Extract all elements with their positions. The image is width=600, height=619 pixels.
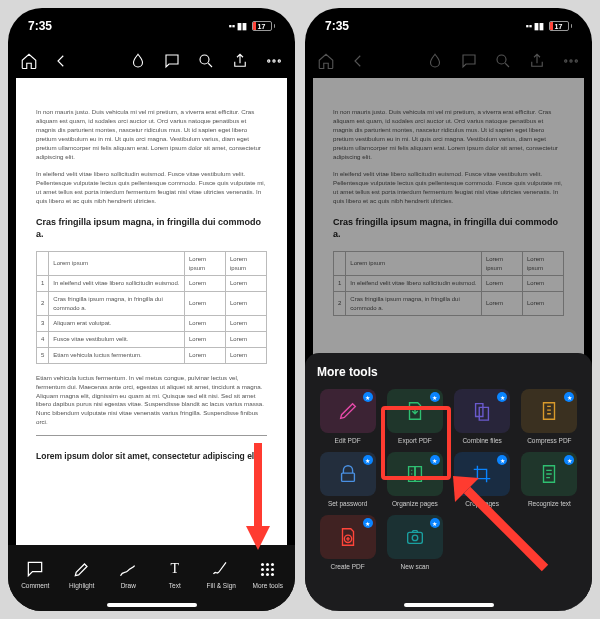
- signal-icon: ▪▪ ▮▮: [229, 21, 248, 31]
- svg-point-0: [200, 55, 209, 64]
- tool-text[interactable]: TText: [152, 559, 198, 589]
- status-bar: 7:35 ▪▪ ▮▮ 17: [305, 8, 592, 44]
- tool-compress-pdf[interactable]: ★ Compress PDF: [519, 389, 580, 444]
- tool-label: Compress PDF: [527, 437, 571, 444]
- svg-point-3: [278, 60, 280, 62]
- doc-paragraph: Etiam vehicula luctus fermentum. In vel …: [36, 374, 267, 428]
- phone-left: 7:35 ▪▪ ▮▮ 17 In non mauris justo. Duis …: [8, 8, 295, 611]
- tool-label: Set password: [328, 500, 367, 507]
- share-icon[interactable]: [231, 52, 249, 70]
- premium-badge-icon: ★: [564, 455, 574, 465]
- status-time: 7:35: [28, 19, 52, 33]
- back-icon[interactable]: [52, 52, 70, 70]
- svg-rect-10: [408, 532, 423, 543]
- tool-edit-pdf[interactable]: ★ Edit PDF: [317, 389, 378, 444]
- pencil-icon: [118, 559, 138, 579]
- highlighter-icon: [72, 559, 92, 579]
- comment-icon[interactable]: [163, 52, 181, 70]
- signal-icon: ▪▪ ▮▮: [526, 21, 545, 31]
- tool-label: Export PDF: [398, 437, 432, 444]
- tool-label: Organize pages: [392, 500, 438, 507]
- tool-recognize-text[interactable]: ★ Recognize text: [519, 452, 580, 507]
- battery-icon: 17: [549, 21, 573, 31]
- premium-badge-icon: ★: [497, 455, 507, 465]
- tool-label: Recognize text: [528, 500, 571, 507]
- battery-icon: 17: [252, 21, 276, 31]
- sheet-title: More tools: [317, 365, 580, 379]
- tool-label: Create PDF: [330, 563, 364, 570]
- svg-rect-8: [341, 473, 354, 481]
- bottom-toolbar: Comment Highlight Draw TText Fill & Sign…: [8, 545, 295, 611]
- tool-label: Combine files: [462, 437, 501, 444]
- doc-heading: Cras fringilla ipsum magna, in fringilla…: [36, 216, 267, 241]
- tool-create-pdf[interactable]: ★ Create PDF: [317, 515, 378, 570]
- tool-fill-sign[interactable]: Fill & Sign: [198, 559, 244, 589]
- premium-badge-icon: ★: [564, 392, 574, 402]
- home-indicator: [404, 603, 494, 607]
- svg-point-11: [412, 535, 418, 541]
- home-indicator: [107, 603, 197, 607]
- phone-right: 7:35 ▪▪ ▮▮ 17 In non mauris justo. Duis …: [305, 8, 592, 611]
- text-icon: T: [165, 559, 185, 579]
- svg-point-1: [268, 60, 270, 62]
- search-icon[interactable]: [197, 52, 215, 70]
- tool-label: Crop pages: [465, 500, 499, 507]
- more-icon[interactable]: [265, 52, 283, 70]
- premium-badge-icon: ★: [363, 392, 373, 402]
- premium-badge-icon: ★: [363, 455, 373, 465]
- premium-badge-icon: ★: [430, 518, 440, 528]
- grid-icon: [258, 559, 278, 579]
- tool-more-tools[interactable]: More tools: [245, 559, 291, 589]
- tool-crop-pages[interactable]: ★ Crop pages: [452, 452, 513, 507]
- home-icon[interactable]: [20, 52, 38, 70]
- premium-badge-icon: ★: [430, 455, 440, 465]
- tool-export-pdf[interactable]: ★ Export PDF: [384, 389, 445, 444]
- doc-paragraph: In eleifend velit vitae libero sollicitu…: [36, 170, 267, 206]
- tool-set-password[interactable]: ★ Set password: [317, 452, 378, 507]
- sign-icon: [211, 559, 231, 579]
- premium-badge-icon: ★: [497, 392, 507, 402]
- tool-label: Edit PDF: [335, 437, 361, 444]
- doc-subheading: Lorem ipsum dolor sit amet, consectetur …: [36, 450, 267, 462]
- doc-table: Lorem ipsumLorem ipsumLorem ipsum 1In el…: [36, 251, 267, 364]
- document-viewport[interactable]: In non mauris justo. Duis vehicula mi ve…: [16, 78, 287, 545]
- tool-combine-files[interactable]: ★ Combine files: [452, 389, 513, 444]
- premium-badge-icon: ★: [363, 518, 373, 528]
- status-bar: 7:35 ▪▪ ▮▮ 17: [8, 8, 295, 44]
- speech-icon: [25, 559, 45, 579]
- tool-highlight[interactable]: Highlight: [59, 559, 105, 589]
- status-time: 7:35: [325, 19, 349, 33]
- top-toolbar: [8, 44, 295, 78]
- tool-new-scan[interactable]: ★ New scan: [384, 515, 445, 570]
- tool-organize-pages[interactable]: ★ Organize pages: [384, 452, 445, 507]
- svg-point-2: [273, 60, 275, 62]
- more-tools-sheet: More tools ★ Edit PDF ★ Export PDF ★ Com…: [305, 353, 592, 611]
- tool-draw[interactable]: Draw: [105, 559, 151, 589]
- doc-paragraph: In non mauris justo. Duis vehicula mi ve…: [36, 108, 267, 162]
- tool-label: New scan: [401, 563, 430, 570]
- premium-badge-icon: ★: [430, 392, 440, 402]
- tool-comment[interactable]: Comment: [12, 559, 58, 589]
- liquid-icon[interactable]: [129, 52, 147, 70]
